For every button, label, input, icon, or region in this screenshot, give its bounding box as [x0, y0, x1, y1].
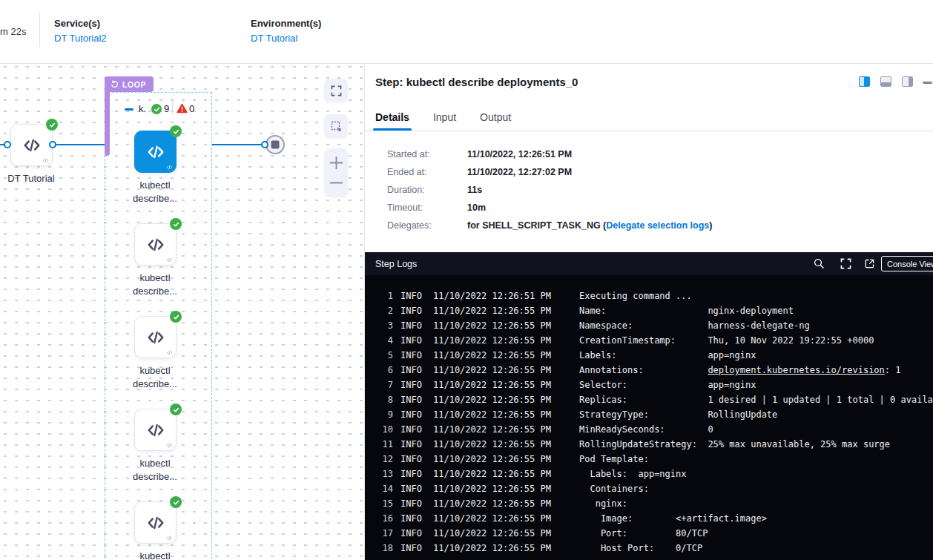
log-level: INFO [400, 333, 423, 348]
detail-tabs: DetailsInputOutput [365, 105, 933, 131]
layout-right-view-icon[interactable] [902, 76, 913, 87]
log-line: 4INFO11/10/2022 12:26:55 PMCreationTimes… [374, 333, 933, 348]
log-message: StrategyType: RollingUpdate [579, 407, 777, 422]
log-timestamp: 11/10/2022 12:26:55 PM [433, 452, 552, 467]
log-line: 10INFO11/10/2022 12:26:55 PMMinReadySeco… [374, 422, 933, 437]
log-level: INFO [400, 348, 423, 363]
canvas-fit-button[interactable] [324, 114, 348, 138]
code-icon [146, 328, 165, 347]
detail-value: 11/10/2022, 12:26:51 PM [467, 150, 572, 159]
step-node-label: kubectldescribe... [111, 271, 200, 298]
step-node-1[interactable] [134, 131, 177, 173]
code-icon [146, 235, 165, 254]
success-badge [46, 119, 58, 131]
log-fullscreen-icon[interactable] [840, 258, 851, 269]
step-node-4[interactable] [134, 409, 177, 451]
canvas-fullscreen-button[interactable] [324, 79, 348, 102]
start-step-label: DT Tutorial [0, 172, 76, 185]
log-message: Executing command ... [579, 289, 692, 303]
collapse-group-button[interactable] [125, 108, 133, 111]
tab-input[interactable]: Input [433, 105, 456, 131]
environment-link[interactable]: DT Tutorial [251, 33, 321, 44]
log-line: 15INFO11/10/2022 12:26:55 PM nginx: [374, 496, 933, 511]
execution-header: m 22s Service(s) DT Tutorial2 Environmen… [0, 0, 933, 64]
success-badge [170, 311, 182, 323]
search-icon [814, 258, 824, 269]
log-message: Labels: app=nginx [579, 467, 687, 481]
zoom-out-button[interactable] [329, 176, 343, 190]
plus-icon [329, 156, 343, 170]
step-node-2[interactable] [134, 223, 177, 266]
layout-bottom-view-icon[interactable] [880, 76, 891, 87]
log-annotation-link[interactable]: deployment.kubernetes.io/revision [708, 365, 884, 375]
loop-icon [111, 80, 119, 88]
start-step-node[interactable] [10, 124, 53, 166]
connector-port [49, 141, 56, 148]
log-level: INFO [400, 318, 423, 333]
log-timestamp: 11/10/2022 12:26:55 PM [433, 318, 552, 333]
log-message: MinReadySeconds: 0 [579, 422, 713, 437]
log-message: Pod Template: [579, 452, 649, 467]
success-badge [170, 125, 182, 137]
minimize-panel-icon[interactable] [923, 82, 932, 84]
log-line-number: 14 [374, 481, 393, 496]
log-line-number: 12 [374, 452, 393, 467]
services-section: Service(s) DT Tutorial2 [54, 18, 107, 44]
log-level: INFO [400, 392, 423, 407]
code-icon [146, 421, 165, 440]
detail-label: Delegates: [387, 221, 467, 231]
code-icon [42, 157, 49, 164]
log-line-number: 7 [374, 378, 393, 392]
log-line: 11INFO11/10/2022 12:26:55 PMRollingUpdat… [374, 437, 933, 452]
zoom-controls [324, 148, 348, 197]
failure-count: 0 [189, 103, 194, 114]
log-level: INFO [400, 526, 423, 541]
console-view-button[interactable]: Console View [881, 256, 933, 271]
log-timestamp: 11/10/2022 12:26:55 PM [433, 496, 552, 511]
log-search-icon[interactable] [814, 258, 824, 269]
log-message: RollingUpdateStrategy: 25% max unavailab… [579, 437, 890, 452]
detail-value: for SHELL_SCRIPT_TASK_NG (Delegate selec… [467, 221, 712, 231]
delegate-selection-logs-link[interactable]: Delegate selection logs [606, 220, 709, 231]
tab-output[interactable]: Output [480, 105, 511, 131]
log-level: INFO [400, 467, 423, 481]
detail-value: 10m [467, 203, 486, 213]
pipeline-graph-canvas[interactable]: LOOP DT Tutorial k. 9 0 kubectldescribe.… [0, 64, 364, 560]
tab-details[interactable]: Details [375, 105, 409, 131]
log-level: INFO [400, 496, 423, 511]
success-badge [170, 218, 182, 230]
log-timestamp: 11/10/2022 12:26:55 PM [433, 437, 552, 452]
fullscreen-icon [331, 85, 342, 96]
log-line-number: 3 [374, 318, 393, 333]
log-timestamp: 11/10/2022 12:26:55 PM [433, 407, 552, 422]
code-icon [166, 164, 173, 171]
log-level: INFO [400, 541, 423, 556]
log-open-new-tab-icon[interactable] [864, 258, 875, 269]
connector-port [4, 141, 11, 148]
log-line: 3INFO11/10/2022 12:26:55 PMNamespace: ha… [374, 318, 933, 333]
step-node-3[interactable] [134, 316, 177, 358]
detail-value: 11/10/2022, 12:27:02 PM [467, 168, 572, 177]
loop-badge[interactable]: LOOP [105, 76, 154, 92]
zoom-in-button[interactable] [329, 156, 343, 170]
code-icon [166, 349, 173, 356]
success-badge [170, 496, 182, 508]
check-icon [173, 406, 179, 413]
layout-split-view-icon[interactable] [859, 76, 870, 87]
check-icon [154, 106, 160, 113]
log-output[interactable]: 1INFO11/10/2022 12:26:51 PMExecuting com… [365, 275, 933, 560]
log-level: INFO [400, 511, 423, 526]
detail-label: Timeout: [387, 203, 467, 213]
service-link[interactable]: DT Tutorial2 [54, 33, 107, 44]
log-message: Port: 80/TCP [579, 526, 708, 541]
log-timestamp: 11/10/2022 12:26:55 PM [433, 511, 552, 526]
code-icon [146, 142, 165, 162]
failure-count-icon [177, 103, 188, 113]
log-level: INFO [400, 422, 423, 437]
step-node-5[interactable] [134, 501, 177, 544]
detail-row: Ended at:11/10/2022, 12:27:02 PM [387, 168, 712, 177]
detail-row: Started at:11/10/2022, 12:26:51 PM [387, 150, 712, 159]
connector-line [56, 144, 105, 145]
connector-port [261, 141, 268, 148]
environments-section: Environment(s) DT Tutorial [251, 18, 321, 44]
